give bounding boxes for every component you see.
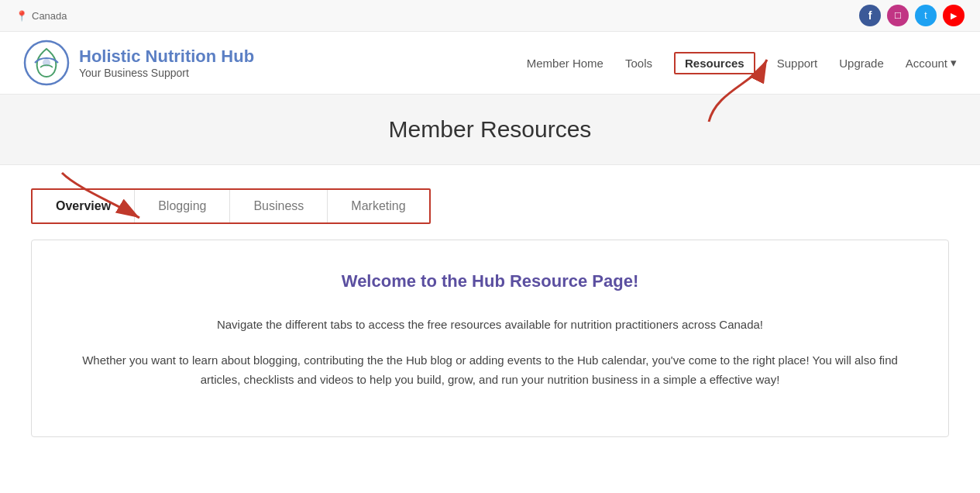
social-icons: f ☐ t ▶ xyxy=(859,5,965,26)
content-para-1: Navigate the different tabs to access th… xyxy=(78,315,902,335)
logo-area: Holistic Nutrition Hub Your Business Sup… xyxy=(23,40,254,86)
nav-support[interactable]: Support xyxy=(777,57,818,70)
page-title-section: Member Resources xyxy=(0,95,980,165)
header: Holistic Nutrition Hub Your Business Sup… xyxy=(0,32,980,95)
content-para-2: Whether you want to learn about blogging… xyxy=(78,350,902,390)
nav-member-home[interactable]: Member Home xyxy=(527,57,603,70)
nav-tools[interactable]: Tools xyxy=(625,57,652,70)
page-title-wrapper: Member Resources xyxy=(0,95,980,165)
logo-subtitle: Your Business Support xyxy=(79,67,254,79)
nav-resources[interactable]: Resources xyxy=(674,52,755,74)
main-content-area: Overview Blogging Business Marketing Wel… xyxy=(0,165,980,437)
nav-upgrade[interactable]: Upgrade xyxy=(839,57,884,70)
top-bar: 📍 Canada f ☐ t ▶ xyxy=(0,0,980,32)
chevron-down-icon: ▾ xyxy=(951,56,957,70)
logo-text: Holistic Nutrition Hub Your Business Sup… xyxy=(79,47,254,79)
tab-business[interactable]: Business xyxy=(230,190,328,222)
logo-image xyxy=(23,40,70,86)
twitter-icon[interactable]: t xyxy=(915,5,937,26)
page-title: Member Resources xyxy=(0,116,980,143)
tab-overview[interactable]: Overview xyxy=(33,190,135,222)
main-nav: Member Home Tools Resources Support Upgr… xyxy=(527,52,957,74)
instagram-icon[interactable]: ☐ xyxy=(887,5,909,26)
content-box: Welcome to the Hub Resource Page! Naviga… xyxy=(31,240,949,437)
facebook-icon[interactable]: f xyxy=(859,5,881,26)
youtube-icon[interactable]: ▶ xyxy=(943,5,965,26)
account-label: Account xyxy=(906,57,947,70)
tabs-wrapper: Overview Blogging Business Marketing xyxy=(31,188,431,224)
welcome-heading: Welcome to the Hub Resource Page! xyxy=(78,271,902,291)
location-pin-icon: 📍 xyxy=(15,10,28,22)
location-area: 📍 Canada xyxy=(15,10,67,22)
tab-marketing[interactable]: Marketing xyxy=(328,190,428,222)
logo-title: Holistic Nutrition Hub xyxy=(79,47,254,67)
nav-account[interactable]: Account ▾ xyxy=(906,56,957,70)
tabs-area: Overview Blogging Business Marketing xyxy=(0,165,980,224)
tab-blogging[interactable]: Blogging xyxy=(135,190,230,222)
location-text: Canada xyxy=(32,10,67,22)
